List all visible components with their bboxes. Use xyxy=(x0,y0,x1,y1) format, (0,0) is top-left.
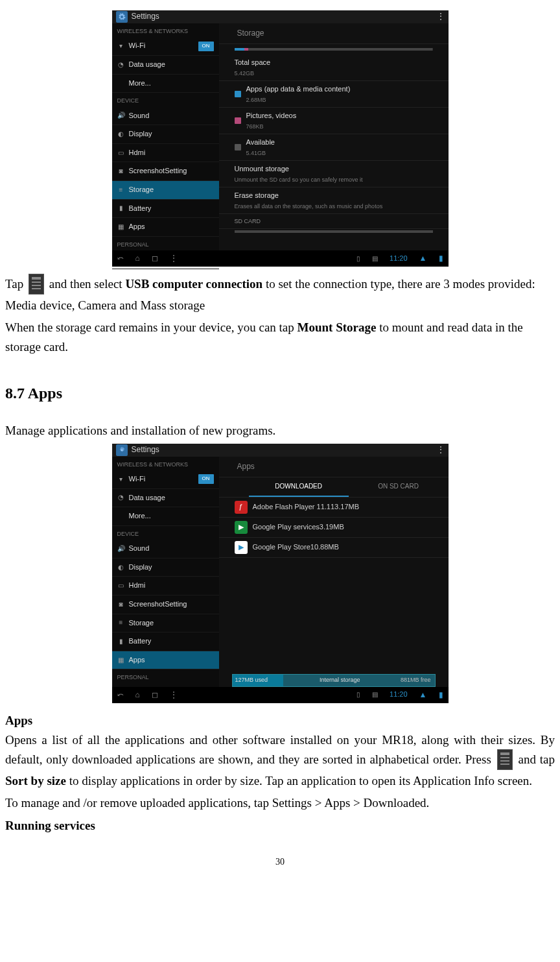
wifi-status-icon: ▲ xyxy=(419,252,427,265)
wifi-icon: ▾ xyxy=(117,41,125,51)
recent-icon[interactable]: ◻ xyxy=(152,689,158,701)
nav-battery-label: Battery xyxy=(129,203,152,215)
nav-battery[interactable]: ▮Battery xyxy=(112,200,219,219)
section-device: DEVICE xyxy=(112,93,219,106)
nav-sound[interactable]: 🔊Sound xyxy=(112,107,219,126)
menu-dots-icon[interactable]: ⋮ xyxy=(170,252,178,265)
app3-name: Google Play Store xyxy=(253,543,310,551)
nav-battery[interactable]: ▮Battery xyxy=(112,632,219,651)
nav-data-label: Data usage xyxy=(129,59,165,71)
app-row-flash[interactable]: ƒAdobe Flash Player 11.113.17MB xyxy=(219,498,449,518)
nav-storage-label: Storage xyxy=(129,618,154,629)
avail-label: Available xyxy=(246,137,275,149)
panel-title: Apps xyxy=(219,457,449,477)
section-device: DEVICE xyxy=(112,526,219,540)
row-pictures[interactable]: Pictures, videos768KB xyxy=(219,108,449,134)
nav-display[interactable]: ◐Display xyxy=(112,125,219,144)
app2-name: Google Play services xyxy=(253,523,320,531)
heading-apps: 8.7 Apps xyxy=(5,381,555,405)
row-unmount[interactable]: Unmount storageUnmount the SD card so yo… xyxy=(219,161,449,187)
p4-part-c: to display applications in order by size… xyxy=(66,774,532,788)
nav-sound-label: Sound xyxy=(129,543,150,555)
battery-status-icon: ▮ xyxy=(439,689,443,701)
menu-icon[interactable]: ⋮ xyxy=(437,444,445,456)
apps-icon: ▦ xyxy=(117,222,125,232)
page-number: 30 xyxy=(5,855,555,869)
app-row-play-store[interactable]: ▶Google Play Store10.88MB xyxy=(219,538,449,558)
nav-wifi-label: Wi-Fi xyxy=(129,40,146,52)
nav-data-usage[interactable]: ◔Data usage xyxy=(112,489,219,508)
nav-more[interactable]: More... xyxy=(112,507,219,526)
internal-storage-bar: 127MB used Internal storage 881MB free xyxy=(232,674,436,687)
nav-apps[interactable]: ▦Apps xyxy=(112,218,219,237)
nav-wifi[interactable]: ▾ Wi-Fi ON xyxy=(112,37,219,56)
section-wireless: WIRELESS & NETWORKS xyxy=(112,23,219,37)
clock: 11:20 xyxy=(390,253,408,265)
notif-icon[interactable]: ▯ xyxy=(356,690,360,700)
apps-value: 2.68MB xyxy=(246,95,351,104)
nav-screenshot[interactable]: ◙ScreenshotSetting xyxy=(112,595,219,614)
erase-label: Erase storage xyxy=(235,190,383,202)
flash-icon: ƒ xyxy=(235,501,248,514)
row-sdcard-header: SD CARD xyxy=(219,214,449,229)
app3-size: 10.88MB xyxy=(310,543,339,551)
system-nav-bar: ⤺ ⌂ ◻ ⋮ ▯ ▤ 11:20 ▲ ▮ xyxy=(112,687,449,703)
display-icon: ◐ xyxy=(117,129,125,139)
back-icon[interactable]: ⤺ xyxy=(117,252,124,265)
home-icon[interactable]: ⌂ xyxy=(135,252,140,265)
nav-display[interactable]: ◐Display xyxy=(112,559,219,577)
row-apps-data[interactable]: Apps (app data & media content)2.68MB xyxy=(219,81,449,108)
nav-data-usage[interactable]: ◔Data usage xyxy=(112,56,219,75)
row-available[interactable]: Available5.41GB xyxy=(219,134,449,161)
settings-apps-screenshot: Settings ⋮ WIRELESS & NETWORKS ▾Wi-FiON … xyxy=(112,444,449,703)
app-title: Settings xyxy=(132,444,433,456)
nav-hdmi[interactable]: ▭Hdmi xyxy=(112,577,219,595)
wifi-toggle[interactable]: ON xyxy=(198,42,214,51)
camera-icon: ◙ xyxy=(117,599,125,610)
home-icon[interactable]: ⌂ xyxy=(135,689,140,701)
nav-screenshot[interactable]: ◙ScreenshotSetting xyxy=(112,162,219,181)
paragraph-apps-desc: Opens a list of all the applications and… xyxy=(5,730,555,791)
play-services-icon: ▶ xyxy=(235,521,248,534)
row-erase[interactable]: Erase storageErases all data on the stor… xyxy=(219,187,449,214)
sound-icon: 🔊 xyxy=(117,110,125,121)
app-row-play-services[interactable]: ▶Google Play services3.19MB xyxy=(219,518,449,538)
unmount-sub: Unmount the SD card so you can safely re… xyxy=(235,175,363,184)
display-icon: ◐ xyxy=(117,562,125,573)
section-wireless: WIRELESS & NETWORKS xyxy=(112,457,219,470)
paragraph-manage-remove: To manage and /or remove uploaded applic… xyxy=(5,793,555,813)
back-icon[interactable]: ⤺ xyxy=(117,689,124,701)
menu-icon[interactable]: ⋮ xyxy=(437,10,445,23)
tab-downloaded[interactable]: DOWNLOADED xyxy=(249,477,349,497)
data-icon: ◔ xyxy=(117,492,125,503)
menu-dots-icon[interactable]: ⋮ xyxy=(170,689,178,701)
sidebar: WIRELESS & NETWORKS ▾Wi-FiON ◔Data usage… xyxy=(112,457,219,687)
nav-hdmi[interactable]: ▭Hdmi xyxy=(112,144,219,163)
nav-more[interactable]: More... xyxy=(112,75,219,93)
nav-storage[interactable]: ≡Storage xyxy=(112,181,219,200)
row-total-space[interactable]: Total space5.42GB xyxy=(219,54,449,81)
p2-bold: Mount Storage xyxy=(298,320,377,334)
p2-part-a: When the storage card remains in your de… xyxy=(5,320,298,334)
nav-sound[interactable]: 🔊Sound xyxy=(112,540,219,559)
nav-storage[interactable]: ≡Storage xyxy=(112,614,219,633)
sidebar: WIRELESS & NETWORKS ▾ Wi-Fi ON ◔Data usa… xyxy=(112,23,219,250)
play-store-icon: ▶ xyxy=(235,541,248,554)
sd-icon: ▤ xyxy=(372,254,378,264)
notif-icon[interactable]: ▯ xyxy=(356,254,360,264)
status-bar: Settings ⋮ xyxy=(112,10,449,23)
tab-sdcard[interactable]: ON SD CARD xyxy=(349,477,449,497)
wifi-toggle[interactable]: ON xyxy=(198,474,214,484)
nav-wifi-label: Wi-Fi xyxy=(129,474,146,485)
nav-wifi[interactable]: ▾Wi-FiON xyxy=(112,470,219,489)
hdmi-icon: ▭ xyxy=(117,581,125,591)
recent-icon[interactable]: ◻ xyxy=(152,252,158,265)
nav-apps[interactable]: ▦Apps xyxy=(112,651,219,670)
p1-part-b: and then select xyxy=(46,277,125,291)
app2-size: 3.19MB xyxy=(320,523,344,531)
app1-name: Adobe Flash Player 11.1 xyxy=(253,503,331,511)
p4-part-b: and tap xyxy=(515,752,555,766)
settings-icon xyxy=(116,444,128,456)
p4-part-a: Opens a list of all the applications and… xyxy=(5,733,555,766)
nav-data-label: Data usage xyxy=(129,492,165,504)
